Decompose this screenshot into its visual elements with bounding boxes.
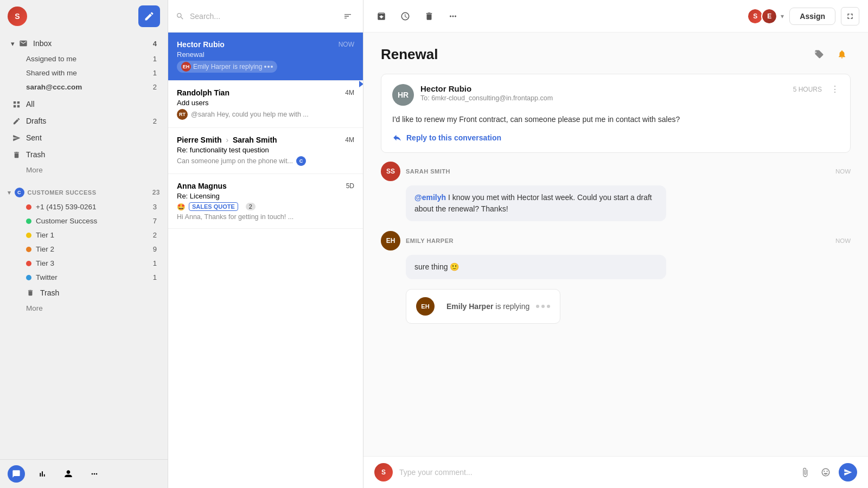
search-input[interactable] xyxy=(190,12,335,21)
assign-button[interactable]: Assign xyxy=(789,8,835,25)
message-icon xyxy=(12,470,21,478)
comment-sarah-meta: SARAH SMITH xyxy=(406,168,835,175)
reply-link[interactable]: Reply to this conversation xyxy=(392,133,839,143)
contacts-footer-button[interactable] xyxy=(60,465,77,483)
cs-more-item[interactable]: More xyxy=(3,301,164,315)
conversation-item-4[interactable]: Anna Magnus 5D Re: Licensing 🤩 SALES QUO… xyxy=(168,174,363,229)
cs-success-dot xyxy=(26,219,31,224)
middle-panel: Hector Rubio NOW Renewal EH Emily Harper… xyxy=(168,0,363,488)
email-header-right: 5 HOURS ⋮ xyxy=(793,84,839,94)
shared-with-me-count: 1 xyxy=(153,69,157,77)
cs-phone-item[interactable]: +1 (415) 539-0261 3 xyxy=(3,200,164,214)
user-avatar[interactable]: S xyxy=(8,7,27,26)
sent-nav-item[interactable]: Sent xyxy=(3,130,164,146)
cs-tier2-item[interactable]: Tier 2 9 xyxy=(3,242,164,256)
assigned-to-me-item[interactable]: Assigned to me 1 xyxy=(3,52,164,66)
assignee-avatar-2: E xyxy=(761,8,777,24)
tag-button[interactable] xyxy=(810,46,828,63)
send-button[interactable] xyxy=(839,463,857,481)
cs-trash-item[interactable]: Trash xyxy=(3,285,164,301)
more-horiz-icon xyxy=(448,11,458,21)
main-content: S E ▾ Assign Renewal xyxy=(363,0,868,488)
all-nav-item[interactable]: All xyxy=(3,96,164,112)
bell-icon xyxy=(837,49,847,59)
notify-button[interactable] xyxy=(833,46,851,63)
conversation-item-3[interactable]: Pierre Smith › Sarah Smith 4M Re: functi… xyxy=(168,128,363,174)
cs-phone-count: 3 xyxy=(153,203,157,211)
cs-twitter-label: Twitter xyxy=(36,273,153,281)
conversation-item-2[interactable]: Randolph Tian 4M Add users RT @sarah Hey… xyxy=(168,81,363,128)
all-label: All xyxy=(26,100,157,108)
comment-sarah-header: SS SARAH SMITH NOW xyxy=(381,162,851,181)
conversation-title-row: Renewal xyxy=(381,46,851,63)
middle-header xyxy=(168,0,363,33)
conv-3-arrow: › xyxy=(226,136,228,144)
cs-tier1-item[interactable]: Tier 1 2 xyxy=(3,228,164,242)
cs-twitter-dot xyxy=(26,275,31,280)
analytics-footer-button[interactable] xyxy=(34,465,51,483)
comment-emily-text: sure thing 🙂 xyxy=(414,262,459,271)
assignee-avatars[interactable]: S E ▾ xyxy=(747,8,784,24)
cs-trash-icon xyxy=(25,289,36,297)
conversation-item-1[interactable]: Hector Rubio NOW Renewal EH Emily Harper… xyxy=(168,33,363,81)
conv-4-preview-text: Hi Anna, Thanks for getting in touch! ..… xyxy=(177,213,354,221)
more-nav-item[interactable]: More xyxy=(3,163,164,177)
cs-twitter-item[interactable]: Twitter 1 xyxy=(3,271,164,284)
cs-success-label: Customer Success xyxy=(36,217,153,225)
shared-with-me-item[interactable]: Shared with me 1 xyxy=(3,66,164,80)
mention-avatar: RT xyxy=(177,109,188,120)
more-footer-button[interactable] xyxy=(86,465,103,483)
comment-emily-username: EMILY HARPER xyxy=(406,237,835,244)
archive-button[interactable] xyxy=(372,7,391,25)
attach-button[interactable] xyxy=(797,465,813,480)
typing-avatar: EH xyxy=(416,297,435,316)
compose-button[interactable] xyxy=(138,5,160,27)
conv-4-header: Anna Magnus 5D xyxy=(177,182,354,190)
dots-icon xyxy=(90,470,99,478)
sarah-email-count: 2 xyxy=(153,83,157,91)
conv-3-preview-text: Can someone jump on the phone wit... xyxy=(177,157,293,165)
input-actions xyxy=(797,463,857,481)
assigned-to-me-label: Assigned to me xyxy=(26,55,153,63)
person-icon xyxy=(64,470,73,478)
emoji-icon xyxy=(821,467,831,477)
sort-button[interactable] xyxy=(340,9,355,24)
snooze-icon xyxy=(400,11,410,21)
main-toolbar-right: S E ▾ Assign xyxy=(747,7,859,25)
trash-button[interactable] xyxy=(420,7,438,25)
drafts-nav-item[interactable]: Drafts 2 xyxy=(3,113,164,129)
conversation-title-actions xyxy=(810,46,851,63)
conv-2-preview-text: @sarah Hey, could you help me with ... xyxy=(191,111,309,118)
snooze-button[interactable] xyxy=(396,7,414,25)
typing-dots xyxy=(264,66,273,68)
bar-chart-icon xyxy=(38,470,47,478)
emoji-button[interactable] xyxy=(818,465,833,480)
typing-name: Emily Harper is replying xyxy=(446,302,529,311)
sarah-email-item[interactable]: sarah@ccc.com 2 xyxy=(3,80,164,94)
inbox-nav-item[interactable]: Inbox 4 xyxy=(3,35,164,52)
more-actions-button[interactable] xyxy=(444,7,462,25)
comment-sarah-mention: @emilyh xyxy=(414,193,446,202)
comment-input[interactable] xyxy=(399,468,791,477)
email-time: 5 HOURS xyxy=(793,86,822,93)
compose-icon xyxy=(144,11,155,22)
compose-footer-button[interactable] xyxy=(8,465,25,483)
email-sender-avatar: HR xyxy=(392,84,414,106)
replying-pill: EH Emily Harper is replying xyxy=(177,61,277,73)
cs-phone-dot xyxy=(26,204,31,210)
trash-nav-item[interactable]: Trash xyxy=(3,146,164,163)
email-more-button[interactable]: ⋮ xyxy=(831,84,839,94)
archive-icon xyxy=(376,11,386,21)
conv-2-preview: RT @sarah Hey, could you help me with ..… xyxy=(177,109,354,120)
assignee-dropdown[interactable]: ▾ xyxy=(781,12,784,20)
expand-icon xyxy=(846,12,854,21)
cs-success-item[interactable]: Customer Success 7 xyxy=(3,214,164,228)
cs-tier3-item[interactable]: Tier 3 1 xyxy=(3,256,164,270)
search-icon xyxy=(176,12,184,21)
replying-name: Emily Harper xyxy=(193,63,231,70)
expand-button[interactable] xyxy=(841,7,859,25)
conv-2-subject: Add users xyxy=(177,99,354,107)
conv-3-preview: Can someone jump on the phone wit... C xyxy=(177,156,354,166)
cs-chevron[interactable] xyxy=(8,189,11,196)
typing-card: EH Emily Harper is replying xyxy=(406,289,560,324)
